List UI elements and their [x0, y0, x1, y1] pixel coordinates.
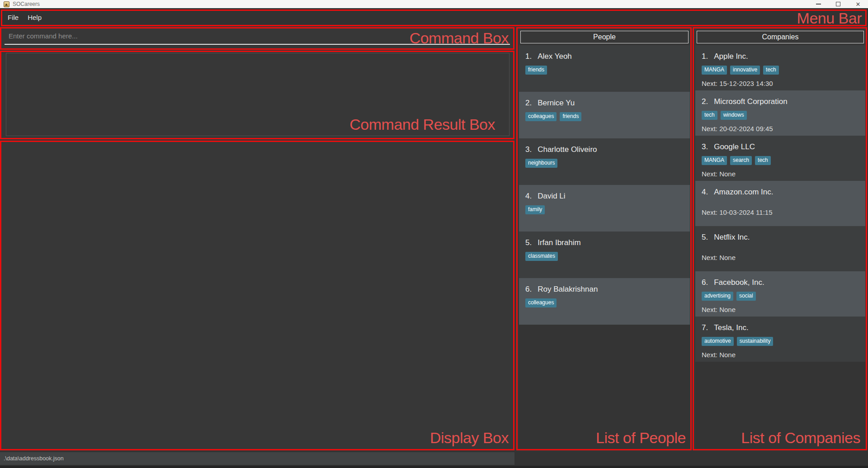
- tags-row: MANGAsearchtech: [702, 156, 860, 165]
- name-text: Bernice Yu: [538, 98, 575, 108]
- list-index: 6.: [702, 278, 708, 288]
- tag-badge: automotive: [702, 337, 734, 346]
- menu-item-file[interactable]: File: [3, 14, 23, 21]
- minimize-button[interactable]: [808, 0, 828, 8]
- tag-badge: windows: [721, 111, 747, 120]
- window-bottom-edge: [0, 466, 868, 468]
- company-next-interview: Next: 20-02-2024 09:45: [702, 125, 860, 132]
- list-index: 3.: [702, 142, 708, 152]
- name-text: Roy Balakrishnan: [538, 284, 598, 294]
- list-index: 5.: [702, 232, 708, 242]
- tags-row: friends: [525, 66, 684, 75]
- tag-badge: colleagues: [525, 298, 557, 307]
- list-index: 4.: [525, 191, 532, 201]
- tags-row: colleaguesfriends: [525, 112, 684, 121]
- list-index: 1.: [525, 52, 532, 61]
- window-controls: ✕: [808, 0, 868, 8]
- app-icon: [4, 1, 9, 7]
- person-card[interactable]: 4.David Lifamily: [519, 185, 690, 232]
- tag-badge: advertising: [702, 292, 733, 301]
- company-name: 2.Microsoft Corporation: [702, 97, 860, 107]
- tags-row: colleagues: [525, 298, 684, 307]
- command-result-box[interactable]: [6, 53, 509, 136]
- tag-badge: neighbours: [525, 159, 557, 168]
- command-input[interactable]: [5, 28, 510, 45]
- company-name: 1.Apple Inc.: [702, 52, 860, 61]
- menu-item-help[interactable]: Help: [23, 14, 46, 21]
- tags-row: classmates: [525, 252, 684, 261]
- name-text: Amazon.com Inc.: [714, 187, 773, 197]
- list-index: 6.: [525, 284, 532, 294]
- list-index: 5.: [525, 238, 532, 248]
- tag-badge: tech: [763, 66, 779, 75]
- status-bar: .\data\addressbook.json: [0, 452, 514, 465]
- companies-list: 1.Apple Inc.MANGAinnovativetechNext: 15-…: [695, 45, 865, 449]
- company-next-interview: Next: None: [702, 170, 860, 178]
- company-name: 7.Tesla, Inc.: [702, 323, 860, 333]
- name-text: Netflix Inc.: [714, 232, 750, 242]
- person-name: 2.Bernice Yu: [525, 98, 684, 108]
- window-title: SOCareers: [13, 1, 40, 7]
- name-text: Charlotte Oliveiro: [538, 145, 597, 155]
- restore-icon: [836, 2, 840, 6]
- tag-badge: friends: [525, 66, 547, 75]
- company-card[interactable]: 6.Facebook, Inc.advertisingsocialNext: N…: [695, 271, 865, 317]
- name-text: Irfan Ibrahim: [538, 238, 580, 248]
- person-name: 4.David Li: [525, 191, 684, 201]
- person-name: 5.Irfan Ibrahim: [525, 238, 684, 248]
- company-name: 4.Amazon.com Inc.: [702, 187, 860, 197]
- company-next-interview: Next: None: [702, 254, 860, 261]
- company-card[interactable]: 2.Microsoft CorporationtechwindowsNext: …: [695, 90, 865, 136]
- person-card[interactable]: 1.Alex Yeohfriends: [519, 45, 690, 92]
- company-name: 3.Google LLC: [702, 142, 860, 152]
- tags-row: automotivesustainability: [702, 337, 860, 346]
- company-card[interactable]: 3.Google LLCMANGAsearchtechNext: None: [695, 136, 865, 181]
- list-index: 2.: [702, 97, 708, 107]
- person-name: 6.Roy Balakrishnan: [525, 284, 684, 294]
- name-text: David Li: [538, 191, 565, 201]
- company-name: 6.Facebook, Inc.: [702, 278, 860, 288]
- people-list-panel: People 1.Alex Yeohfriends2.Bernice Yucol…: [518, 29, 691, 449]
- company-card[interactable]: 5.Netflix Inc.Next: None: [695, 226, 865, 271]
- person-card[interactable]: 3.Charlotte Oliveironeighbours: [519, 138, 690, 185]
- person-card[interactable]: 5.Irfan Ibrahimclassmates: [519, 232, 690, 278]
- minimize-icon: [816, 4, 821, 5]
- company-next-interview: Next: 10-03-2024 11:15: [702, 208, 860, 216]
- list-index: 3.: [525, 145, 532, 155]
- name-text: Tesla, Inc.: [714, 323, 749, 333]
- tag-badge: friends: [560, 112, 581, 121]
- company-card[interactable]: 4.Amazon.com Inc.Next: 10-03-2024 11:15: [695, 181, 865, 226]
- tag-badge: colleagues: [525, 112, 557, 121]
- company-name: 5.Netflix Inc.: [702, 232, 860, 242]
- footer: .\data\addressbook.json: [0, 451, 868, 468]
- tags-row: family: [525, 205, 684, 214]
- close-button[interactable]: ✕: [848, 0, 868, 8]
- company-card[interactable]: 7.Tesla, Inc.automotivesustainabilityNex…: [695, 317, 865, 362]
- company-next-interview: Next: None: [702, 306, 860, 313]
- restore-button[interactable]: [828, 0, 848, 8]
- menu-bar: File Help: [0, 8, 868, 26]
- tag-badge: tech: [755, 156, 771, 165]
- list-index: 2.: [525, 98, 532, 108]
- tags-row: MANGAinnovativetech: [702, 66, 860, 75]
- people-panel-header: People: [520, 31, 689, 43]
- person-card[interactable]: 2.Bernice Yucolleaguesfriends: [519, 92, 690, 138]
- close-icon: ✕: [856, 1, 861, 7]
- company-next-interview: Next: 15-12-2023 14:30: [702, 80, 860, 87]
- company-next-interview: Next: None: [702, 351, 860, 359]
- name-text: Microsoft Corporation: [714, 97, 788, 107]
- display-box: [1, 142, 513, 449]
- person-name: 1.Alex Yeoh: [525, 52, 684, 61]
- company-card[interactable]: 1.Apple Inc.MANGAinnovativetechNext: 15-…: [695, 45, 865, 90]
- tag-badge: search: [730, 156, 752, 165]
- tag-badge: classmates: [525, 252, 558, 261]
- tag-badge: innovative: [730, 66, 760, 75]
- name-text: Apple Inc.: [714, 52, 748, 61]
- name-text: Google LLC: [714, 142, 755, 152]
- person-card[interactable]: 6.Roy Balakrishnancolleagues: [519, 278, 690, 325]
- tag-badge: sustainability: [737, 337, 774, 346]
- person-name: 3.Charlotte Oliveiro: [525, 145, 684, 155]
- tag-badge: social: [736, 292, 756, 301]
- list-empty-area: [695, 362, 865, 449]
- window-title-bar: SOCareers ✕: [0, 0, 868, 8]
